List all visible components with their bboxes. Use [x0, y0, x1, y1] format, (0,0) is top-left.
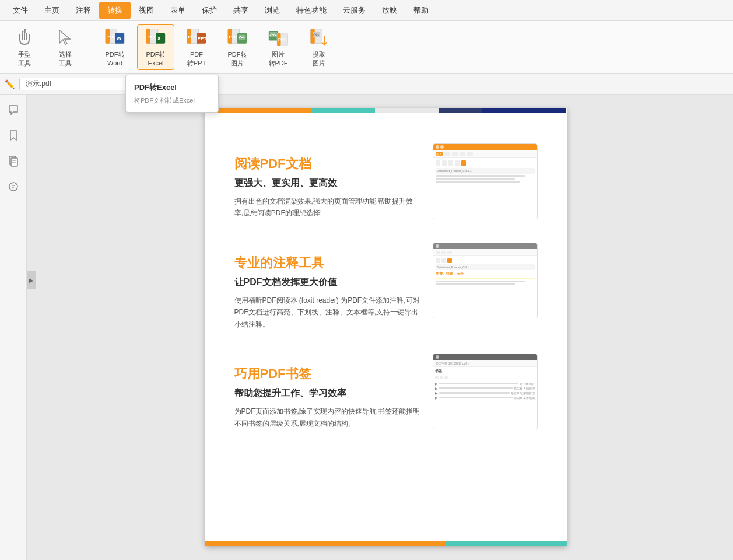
mini-tools	[436, 160, 535, 166]
menu-home[interactable]: 主页	[36, 2, 68, 19]
menu-annotation[interactable]: 注释	[68, 2, 99, 19]
svg-text:PDF: PDF	[229, 34, 239, 40]
color-bar-darkblue2	[482, 108, 567, 113]
svg-text:W: W	[117, 36, 122, 42]
pdf-annotation-title: 专业的注释工具	[234, 254, 421, 272]
pdf-to-word-label: PDF转Word	[106, 50, 125, 67]
mini-bm-text-1: 第一章 简介	[520, 382, 535, 386]
menu-cloud[interactable]: 云服务	[335, 2, 374, 19]
mini-ann-icon-1	[436, 258, 440, 263]
pdf-section-annotation-text: 专业的注释工具 让PDF文档发挥更大价值 使用福昕PDF阅读器 (foxit r…	[234, 243, 421, 330]
sidebar-pages-icon[interactable]	[4, 152, 23, 170]
pdf-read-preview: 主页	[433, 144, 538, 219]
mini-line-1	[436, 175, 525, 177]
select-tool-button[interactable]: 选择工具	[47, 24, 84, 70]
pdf-image-icon: PDF	[226, 27, 249, 48]
pdf-ppt-icon: PDF PPT	[185, 27, 208, 48]
pdf-section-bookmark-text: 巧用PDF书签 帮助您提升工作、学习效率 为PDF页面添加书签,除了实现内容的快…	[234, 354, 421, 429]
mini-bm-text-2: 第二章 入职管理	[514, 387, 535, 390]
mini-ann-line-1	[436, 281, 525, 282]
extract-image-label: 提取图片	[313, 50, 325, 67]
select-tool-label: 选择工具	[59, 50, 72, 67]
pdf-to-word-button[interactable]: PDF W PDF转Word	[96, 24, 134, 70]
mini-bm-bar-3	[439, 392, 510, 394]
tooltip-desc: 将PDF文档转成Excel	[126, 95, 218, 106]
pdf-bookmark-body: 为PDF页面添加书签,除了实现内容的快速导航,书签还能指明不同书签的层级关系,展…	[234, 405, 421, 429]
pdf-color-bar	[205, 108, 567, 113]
image-to-pdf-button[interactable]: PDF 图片转PDF	[259, 24, 297, 70]
mini-bm-arrow-2: ▶	[435, 386, 438, 390]
menu-file[interactable]: 文件	[5, 2, 36, 19]
menu-features[interactable]: 特色功能	[288, 2, 335, 19]
pdf-section-read: 阅读PDF文档 更强大、更实用、更高效 拥有出色的文档渲染效果,强大的页面管理功…	[234, 144, 538, 219]
mini-bm-heading: 书签	[435, 369, 535, 374]
menu-form[interactable]: 表单	[162, 2, 194, 19]
mini-bm-toolbar: 员工手册_20120917.pdf ×	[433, 360, 537, 367]
mini-bm-filename: 员工手册_20120917.pdf ×	[436, 362, 469, 365]
mini-ann-tab-2	[441, 251, 446, 254]
main-layout: ▶ 阅读PDF文档 更强大、更实用、更高效 拥有出色的文档渲染效果,强大的页面管	[0, 94, 733, 560]
pdf-to-ppt-label: PDF转PPT	[187, 50, 206, 67]
content-area: 阅读PDF文档 更强大、更实用、更高效 拥有出色的文档渲染效果,强大的页面管理功…	[27, 94, 733, 560]
pdf-read-subtitle: 更强大、更实用、更高效	[234, 177, 421, 190]
cursor-icon	[54, 27, 77, 48]
extract-image-button[interactable]: 提取图片	[300, 24, 338, 70]
menu-convert[interactable]: 转换	[99, 2, 131, 19]
mini-bm-icon-1	[435, 376, 439, 379]
menu-protect[interactable]: 保护	[194, 2, 225, 19]
sidebar-bookmark-icon[interactable]	[4, 126, 23, 145]
pdf-section-annotation-content: 专业的注释工具 让PDF文档发挥更大价值 使用福昕PDF阅读器 (foxit r…	[234, 243, 538, 330]
pdf-read-body: 拥有出色的文档渲染效果,强大的页面管理功能,帮助提升效率,是您阅读PDF的理想选…	[234, 195, 421, 219]
pdf-to-image-button[interactable]: PDF PDF转图片	[219, 24, 256, 70]
mini-bm-icon-2	[440, 376, 443, 379]
mini-app-annotation: Datasheet_Reader_CN.p... 免费、快速、安全	[433, 243, 537, 318]
mini-bm-text-4: 第四章 工作规则	[514, 396, 535, 400]
color-bar-orange	[205, 108, 311, 113]
mini-tool-5	[461, 160, 466, 166]
mini-ann-line-2	[436, 284, 515, 285]
color-bar-teal	[311, 108, 375, 113]
pdf-section-bookmark: 巧用PDF书签 帮助您提升工作、学习效率 为PDF页面添加书签,除了实现内容的快…	[234, 354, 538, 429]
menu-share[interactable]: 共享	[225, 2, 257, 19]
annotation-icon: ✏️	[5, 79, 15, 89]
mini-bm-icon-3	[444, 376, 448, 379]
mini-bm-bar-2	[439, 387, 513, 389]
menu-help[interactable]: 帮助	[405, 2, 437, 19]
color-bar-darkblue1	[439, 108, 482, 113]
pdf-to-ppt-button[interactable]: PDF PPT PDF转PPT	[178, 24, 215, 70]
hand-tool-button[interactable]: 手型工具	[6, 24, 43, 70]
color-bar-light2	[418, 108, 439, 113]
mini-app-read-bar	[433, 144, 537, 150]
mini-ann-icon-3	[447, 258, 452, 263]
pdf-bookmark-preview: 员工手册_20120917.pdf × 书签	[433, 354, 538, 429]
menu-view[interactable]: 视图	[131, 2, 162, 19]
mini-bm-bar-4	[439, 397, 513, 398]
mini-lines	[436, 175, 535, 183]
collapse-button[interactable]: ▶	[27, 271, 36, 289]
svg-text:PDF: PDF	[148, 34, 157, 40]
mini-tool-3	[448, 160, 453, 166]
extract-icon	[307, 27, 331, 48]
mini-bm-content: 书签 ▶ 第一章 简介	[433, 367, 537, 401]
sidebar-annotation-icon[interactable]	[4, 100, 23, 119]
mini-dot-1	[436, 145, 439, 149]
mini-ann-free-label: 免费、快速、安全	[436, 271, 535, 276]
menu-slideshow[interactable]: 放映	[374, 2, 405, 19]
tooltip-dropdown: PDF转Excel 将PDF文档转成Excel	[125, 75, 219, 113]
hand-tool-label: 手型工具	[18, 50, 31, 67]
pdf-word-icon: PDF W	[103, 27, 127, 48]
mini-bm-bar-1	[439, 383, 519, 384]
pdf-to-excel-button[interactable]: PDF X PDF转Excel	[137, 24, 174, 70]
pdf-bookmark-subtitle: 帮助您提升工作、学习效率	[234, 387, 421, 400]
mini-bm-arrow-1: ▶	[435, 382, 438, 386]
mini-bm-list: ▶ 第一章 简介 ▶ 第二章 入职管理	[435, 382, 535, 400]
mini-ann-tab-1	[436, 251, 440, 254]
menu-browse[interactable]: 浏览	[257, 2, 288, 19]
mini-ann-content: Datasheet_Reader_CN.p... 免费、快速、安全	[433, 256, 537, 289]
left-sidebar	[0, 94, 27, 560]
svg-text:PPT: PPT	[198, 37, 207, 42]
pdf-section-bookmark-content: 巧用PDF书签 帮助您提升工作、学习效率 为PDF页面添加书签,除了实现内容的快…	[234, 354, 538, 429]
mini-tool-1	[436, 160, 440, 166]
sidebar-comment-icon[interactable]	[4, 177, 23, 196]
mini-tool-4	[455, 160, 460, 166]
